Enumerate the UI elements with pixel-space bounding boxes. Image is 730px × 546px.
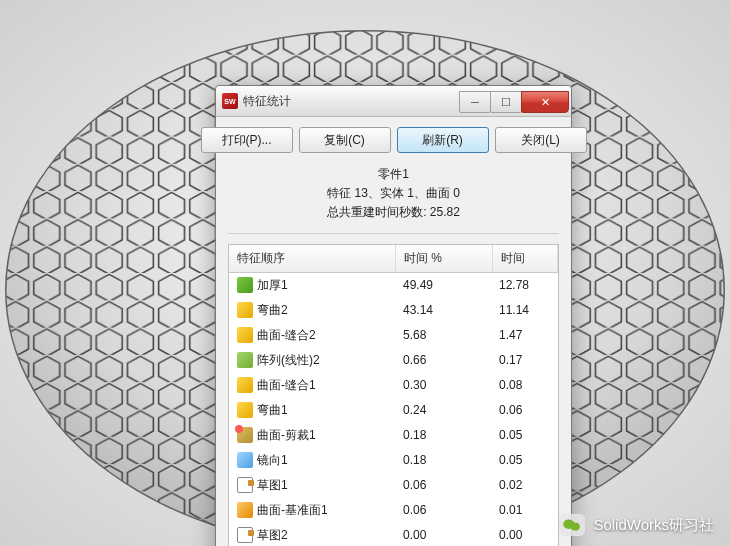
dialog-title: 特征统计 (243, 93, 460, 110)
table-body: 加厚149.4912.78弯曲243.1411.14曲面-缝合25.681.47… (229, 273, 558, 546)
time-seconds: 1.47 (491, 326, 558, 344)
time-seconds: 0.02 (491, 476, 558, 494)
table-row[interactable]: 草图20.000.00 (229, 523, 558, 546)
column-header-name[interactable]: 特征顺序 (229, 245, 396, 272)
table-row[interactable]: 曲面-基准面10.060.01 (229, 498, 558, 523)
time-seconds: 11.14 (491, 301, 558, 319)
table-row[interactable]: 镜向10.180.05 (229, 448, 558, 473)
feature-name: 曲面-缝合1 (257, 377, 316, 394)
feature-counts: 特征 13、实体 1、曲面 0 (228, 184, 559, 203)
time-seconds: 0.00 (491, 526, 558, 544)
dialog-titlebar[interactable]: SW 特征统计 ─ ☐ ✕ (216, 86, 571, 117)
print-button[interactable]: 打印(P)... (201, 127, 293, 153)
time-percent: 0.18 (395, 451, 491, 469)
feature-icon (237, 477, 253, 493)
time-percent: 0.18 (395, 426, 491, 444)
time-seconds: 0.05 (491, 451, 558, 469)
table-row[interactable]: 弯曲10.240.06 (229, 398, 558, 423)
watermark-text: SolidWorks研习社 (593, 516, 714, 535)
feature-name: 弯曲1 (257, 402, 288, 419)
feature-name: 加厚1 (257, 277, 288, 294)
window-controls: ─ ☐ ✕ (460, 91, 569, 111)
feature-icon (237, 277, 253, 293)
time-percent: 0.24 (395, 401, 491, 419)
minimize-button[interactable]: ─ (459, 91, 491, 113)
time-seconds: 0.05 (491, 426, 558, 444)
time-seconds: 12.78 (491, 276, 558, 294)
feature-icon (237, 352, 253, 368)
feature-icon (237, 327, 253, 343)
table-row[interactable]: 草图10.060.02 (229, 473, 558, 498)
table-row[interactable]: 阵列(线性)20.660.17 (229, 348, 558, 373)
table-row[interactable]: 弯曲243.1411.14 (229, 298, 558, 323)
table-row[interactable]: 加厚149.4912.78 (229, 273, 558, 298)
feature-name: 草图2 (257, 527, 288, 544)
feature-table: 特征顺序 时间 % 时间 加厚149.4912.78弯曲243.1411.14曲… (228, 244, 559, 546)
copy-button[interactable]: 复制(C) (299, 127, 391, 153)
feature-statistics-dialog: SW 特征统计 ─ ☐ ✕ 打印(P)... 复制(C) 刷新(R) 关闭(L)… (215, 85, 572, 546)
dialog-toolbar: 打印(P)... 复制(C) 刷新(R) 关闭(L) (216, 117, 571, 161)
time-seconds: 0.08 (491, 376, 558, 394)
rebuild-time-total: 总共重建时间秒数: 25.82 (228, 203, 559, 222)
time-percent: 0.06 (395, 476, 491, 494)
feature-name: 弯曲2 (257, 302, 288, 319)
table-row[interactable]: 曲面-缝合10.300.08 (229, 373, 558, 398)
close-window-button[interactable]: ✕ (521, 91, 569, 113)
table-row[interactable]: 曲面-缝合25.681.47 (229, 323, 558, 348)
feature-name: 曲面-缝合2 (257, 327, 316, 344)
wechat-icon (559, 514, 585, 536)
feature-icon (237, 302, 253, 318)
app-icon: SW (222, 93, 238, 109)
time-percent: 49.49 (395, 276, 491, 294)
feature-name: 镜向1 (257, 452, 288, 469)
maximize-button[interactable]: ☐ (490, 91, 522, 113)
summary-info: 零件1 特征 13、实体 1、曲面 0 总共重建时间秒数: 25.82 (228, 161, 559, 234)
feature-icon (237, 377, 253, 393)
feature-icon (237, 402, 253, 418)
feature-name: 草图1 (257, 477, 288, 494)
time-percent: 5.68 (395, 326, 491, 344)
column-header-time[interactable]: 时间 (493, 245, 558, 272)
feature-icon (237, 502, 253, 518)
time-percent: 43.14 (395, 301, 491, 319)
feature-icon (237, 427, 253, 443)
feature-icon (237, 527, 253, 543)
part-name: 零件1 (228, 165, 559, 184)
svg-point-9 (571, 523, 581, 531)
watermark: SolidWorks研习社 (559, 514, 714, 536)
table-row[interactable]: 曲面-剪裁10.180.05 (229, 423, 558, 448)
feature-name: 曲面-剪裁1 (257, 427, 316, 444)
time-percent: 0.30 (395, 376, 491, 394)
time-percent: 0.00 (395, 526, 491, 544)
close-button[interactable]: 关闭(L) (495, 127, 587, 153)
feature-name: 阵列(线性)2 (257, 352, 320, 369)
feature-name: 曲面-基准面1 (257, 502, 328, 519)
time-seconds: 0.06 (491, 401, 558, 419)
time-percent: 0.66 (395, 351, 491, 369)
time-seconds: 0.17 (491, 351, 558, 369)
table-header: 特征顺序 时间 % 时间 (229, 245, 558, 273)
column-header-percent[interactable]: 时间 % (396, 245, 493, 272)
feature-icon (237, 452, 253, 468)
time-seconds: 0.01 (491, 501, 558, 519)
refresh-button[interactable]: 刷新(R) (397, 127, 489, 153)
time-percent: 0.06 (395, 501, 491, 519)
